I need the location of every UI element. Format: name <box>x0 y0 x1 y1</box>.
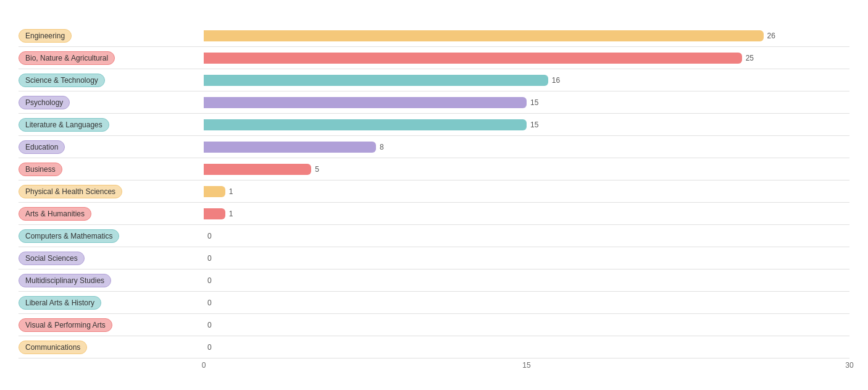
bar-fill <box>204 97 527 108</box>
bar-row: Science & Technology16 <box>19 69 849 91</box>
bar-label-container: Psychology <box>19 96 204 109</box>
bar-label-pill: Engineering <box>19 29 72 43</box>
bar-value-label: 5 <box>315 165 319 174</box>
bar-label-container: Liberal Arts & History <box>19 296 204 310</box>
bar-label-container: Arts & Humanities <box>19 207 204 221</box>
bar-track: 0 <box>204 274 849 287</box>
chart-area: Engineering26Bio, Nature & Agricultural2… <box>19 25 849 358</box>
bar-track: 0 <box>204 318 849 332</box>
bar-value-label: 0 <box>207 299 212 307</box>
bar-track: 0 <box>204 341 849 354</box>
bar-value-label: 25 <box>746 54 754 62</box>
bar-track: 1 <box>204 185 849 198</box>
bar-fill <box>204 164 311 175</box>
bar-label-pill: Multidisciplinary Studies <box>19 274 111 287</box>
bar-label-container: Bio, Nature & Agricultural <box>19 51 204 65</box>
bar-value-label: 0 <box>207 276 212 285</box>
bar-label-pill: Education <box>19 140 65 154</box>
bar-label-pill: Visual & Performing Arts <box>19 318 112 332</box>
x-axis-tick: 0 <box>202 361 206 370</box>
bar-fill <box>204 208 225 219</box>
x-axis-tick: 30 <box>845 361 853 370</box>
bar-track: 8 <box>204 140 849 154</box>
bar-row: Visual & Performing Arts0 <box>19 314 849 336</box>
bar-label-pill: Literature & Languages <box>19 118 109 132</box>
bar-row: Education8 <box>19 136 849 158</box>
bar-fill <box>204 30 764 41</box>
bar-track: 0 <box>204 296 849 310</box>
bar-row: Psychology15 <box>19 91 849 114</box>
bar-label-pill: Computers & Mathematics <box>19 229 119 243</box>
chart-container: Engineering26Bio, Nature & Agricultural2… <box>19 12 849 373</box>
bar-track: 15 <box>204 118 849 132</box>
bar-fill <box>204 75 548 86</box>
bar-row: Social Sciences0 <box>19 247 849 269</box>
bar-value-label: 15 <box>530 98 538 107</box>
bar-row: Physical & Health Sciences1 <box>19 180 849 203</box>
bar-row: Liberal Arts & History0 <box>19 292 849 314</box>
bar-row: Communications0 <box>19 336 849 358</box>
bar-track: 15 <box>204 96 849 109</box>
bar-row: Computers & Mathematics0 <box>19 225 849 247</box>
bar-value-label: 26 <box>767 32 775 40</box>
bar-label-pill: Bio, Nature & Agricultural <box>19 51 115 65</box>
bar-value-label: 0 <box>207 254 212 263</box>
bar-track: 25 <box>204 51 849 65</box>
bar-label-pill: Social Sciences <box>19 252 85 265</box>
x-axis-tick: 15 <box>522 361 530 370</box>
bar-row: Bio, Nature & Agricultural25 <box>19 47 849 69</box>
bar-label-pill: Physical & Health Sciences <box>19 185 122 198</box>
bar-label-container: Visual & Performing Arts <box>19 318 204 332</box>
bar-fill <box>204 53 742 64</box>
bar-label-container: Business <box>19 163 204 176</box>
bar-label-container: Science & Technology <box>19 74 204 87</box>
bar-track: 16 <box>204 74 849 87</box>
x-axis: 01530 <box>204 361 849 373</box>
bar-label-container: Education <box>19 140 204 154</box>
bar-label-pill: Psychology <box>19 96 70 109</box>
bar-track: 1 <box>204 207 849 221</box>
bar-value-label: 15 <box>530 121 538 129</box>
bar-fill <box>204 186 225 197</box>
bar-label-pill: Arts & Humanities <box>19 207 91 221</box>
bar-value-label: 0 <box>207 321 212 329</box>
bar-value-label: 1 <box>229 210 233 218</box>
bar-value-label: 1 <box>229 187 233 196</box>
bar-row: Arts & Humanities1 <box>19 203 849 225</box>
bar-label-pill: Business <box>19 163 62 176</box>
bar-label-container: Multidisciplinary Studies <box>19 274 204 287</box>
bar-fill <box>204 119 527 130</box>
bar-value-label: 0 <box>207 343 212 352</box>
bar-label-pill: Liberal Arts & History <box>19 296 101 310</box>
bar-label-container: Social Sciences <box>19 252 204 265</box>
bar-track: 26 <box>204 29 849 43</box>
bar-track: 0 <box>204 229 849 243</box>
bar-value-label: 8 <box>380 143 384 151</box>
bar-row: Business5 <box>19 158 849 180</box>
bar-value-label: 16 <box>552 76 560 85</box>
bar-track: 5 <box>204 163 849 176</box>
bar-track: 0 <box>204 252 849 265</box>
bar-fill <box>204 142 376 153</box>
bar-row: Literature & Languages15 <box>19 114 849 136</box>
bar-label-container: Literature & Languages <box>19 118 204 132</box>
bar-label-container: Engineering <box>19 29 204 43</box>
bar-row: Multidisciplinary Studies0 <box>19 269 849 292</box>
bar-value-label: 0 <box>207 232 212 240</box>
bar-label-container: Communications <box>19 341 204 354</box>
bar-label-container: Physical & Health Sciences <box>19 185 204 198</box>
bar-label-container: Computers & Mathematics <box>19 229 204 243</box>
bar-row: Engineering26 <box>19 25 849 47</box>
bar-label-pill: Communications <box>19 341 87 354</box>
bar-label-pill: Science & Technology <box>19 74 105 87</box>
